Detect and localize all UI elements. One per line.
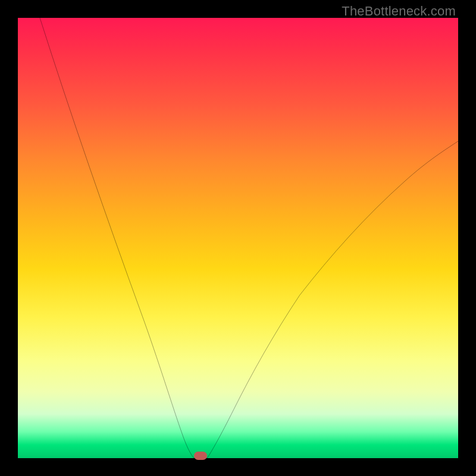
optimal-marker: [194, 452, 207, 460]
curve-left-branch: [40, 18, 194, 458]
curve-right-branch: [207, 141, 458, 458]
watermark-label: TheBottleneck.com: [342, 4, 456, 19]
plot-area: [18, 18, 458, 458]
chart-frame: TheBottleneck.com: [0, 0, 476, 476]
bottleneck-curve: [18, 18, 458, 458]
